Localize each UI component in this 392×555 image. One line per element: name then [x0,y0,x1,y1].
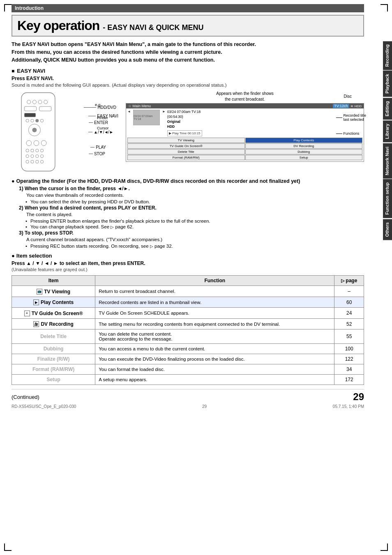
svg-point-17 [41,140,46,146]
table-cell-item: ▶Play Contents [12,297,95,308]
svg-point-20 [36,149,39,152]
table-row: 🎥DV RecordingThe setting menu for record… [12,318,364,329]
side-tab-playback[interactable]: Playback [383,71,392,97]
table-cell-item-text: Play Contents [41,299,74,305]
note-text: Sound is muted and the following GUI app… [12,83,364,88]
navi-btn-setup: Setup [245,155,363,160]
table-cell-item-text: Dubbing [44,346,64,352]
side-tab-others[interactable]: Others [383,219,392,240]
step2-title: 2) When you find a desired content, pres… [19,205,364,211]
step1-desc: You can view thumbnails of recorded cont… [26,193,364,198]
table-cell-page: – [334,286,364,297]
side-tab-function-setup[interactable]: Function setup [383,179,392,218]
page-number: 29 [353,391,364,403]
svg-point-29 [40,160,43,163]
side-tab-recording[interactable]: Recording [383,41,392,70]
table-cell-page: 60 [334,297,364,308]
table-cell-item-text: DV Recording [41,321,73,327]
footer-left: RD-XS54SU/SC_Ope_E_p020-030 [12,404,76,409]
section-heading-easy-navi: EASY NAVI [12,68,364,74]
navi-buttons: TV Viewing Play Contents TV Guide On Scr… [126,138,364,161]
svg-point-4 [44,100,48,104]
table-cell-item-text: TV Viewing [44,289,70,295]
navi-btn-tv-guide: TV Guide On Screen® [127,143,245,149]
remote-area: HDD/DVD EASY NAVI ENTER ▲/▼/◄/► PLAY STO… [12,91,77,174]
table-row: Finalize (R/W)You can execute the DVD-Vi… [12,354,364,364]
svg-point-19 [31,149,34,152]
table-cell-page: 24 [334,308,364,319]
recorded-title-label: Recorded title last selected [336,113,366,122]
navi-screen: ☆ Main Menu TV:12ch ≋ HDD ◄ 03/24 07:00a… [126,103,364,162]
navi-btn-tv-viewing: TV Viewing [127,138,245,143]
col-header-function: Function [95,276,334,286]
svg-rect-6 [39,106,51,111]
svg-point-18 [26,149,29,152]
svg-point-28 [36,160,39,163]
table-cell-function: You can delete the current content. Oper… [95,329,334,344]
continued-text: (Continued) [12,394,39,400]
table-cell-item-text: Finalize (R/W) [37,356,70,362]
navi-playtime: ▶ Play Time 00:10:15 [167,130,202,136]
table-cell-item-text: TV Guide On Screen® [32,311,83,316]
table-cell-item: Setup [12,375,95,385]
arrows-label: ▲/▼/◄/► [88,130,113,134]
table-cell-function: TV Guide On Screen SCHEDULE appears. [95,308,334,319]
remote-svg [12,91,65,173]
table-cell-item: 🎥DV Recording [12,318,95,329]
table-cell-page: 100 [334,344,364,354]
navi-mid: ◄ 03/24 07:00am TV:18 ► 03/24 07:00am TV… [126,108,364,138]
svg-point-11 [40,119,43,122]
table-cell-item: Finalize (R/W) [12,354,95,364]
operating-finder-section: Operating the finder (For the HDD, DVD-R… [12,178,364,249]
navi-top-bar: ☆ Main Menu TV:12ch ≋ HDD [126,104,364,108]
svg-rect-5 [24,106,36,111]
page-footer: (Continued) 29 [12,389,364,403]
table-row: 📺TV ViewingReturn to current broadcast c… [12,286,364,297]
table-row: DubbingYou can access a menu to dub the … [12,344,364,354]
table-cell-function: You can access a menu to dub the current… [95,344,334,354]
operating-heading: Operating the finder (For the HDD, DVD-R… [12,178,364,184]
main-content: Introduction Key operation - EASY NAVI &… [12,0,380,413]
side-tab-editing[interactable]: Editing [383,98,392,120]
navi-btn-format-rw: Format (RAM/RW) [127,155,245,160]
navi-btn-delete-title: Delete Title [127,149,245,154]
corner-mark-br [380,543,388,551]
svg-point-25 [40,155,43,158]
step2-desc: The content is played. [26,212,364,217]
footer-center: 29 [202,404,207,409]
table-cell-page: 34 [334,364,364,375]
finder-label: Finder [97,115,109,120]
side-tab-network-navi[interactable]: Network Navi [383,143,392,179]
page-title: Key operation - EASY NAVI & QUICK MENU [17,18,358,33]
svg-point-3 [38,100,42,104]
svg-point-2 [32,100,36,104]
disc-label: Disc [344,94,352,99]
table-row: SetupA setup menu appears.172 [12,375,364,385]
table-cell-page: 122 [334,354,364,364]
svg-point-26 [26,160,29,163]
sub-heading-press: Press EASY NAVI. [12,76,364,81]
stop-label: STOP [89,152,105,156]
cursor-label: Cursor [97,126,109,130]
col-header-item: Item [12,276,95,286]
step1-title: 1) When the cursor is on the finder, pre… [19,186,364,191]
svg-point-8 [26,119,29,122]
item-icon-tv: 📺 [37,289,42,295]
functions-label: Functions [336,131,366,136]
svg-point-21 [40,149,43,152]
svg-point-27 [31,160,34,163]
table-row: Delete TitleYou can delete the current c… [12,329,364,344]
side-tabs: Recording Playback Editing Library Netwo… [383,41,392,240]
svg-point-14 [32,128,37,132]
intro-text: The EASY NAVI button opens "EASY NAVI Ma… [12,41,364,64]
side-tab-library[interactable]: Library [383,120,392,142]
screen-right-labels: Recorded title last selected Functions [336,113,366,136]
table-row: ≡TV Guide On Screen®TV Guide On Screen S… [12,308,364,319]
navi-btn-dubbing: Dubbing [245,149,363,154]
navi-thumbnail: 03/24 07:00am TV:18 [133,110,160,125]
numbered-list: 1) When the cursor is on the finder, pre… [19,186,364,249]
svg-point-23 [31,155,34,158]
table-cell-item: Delete Title [12,329,95,344]
table-cell-page: 172 [334,375,364,385]
navi-btn-play-contents: Play Contents [245,138,363,143]
